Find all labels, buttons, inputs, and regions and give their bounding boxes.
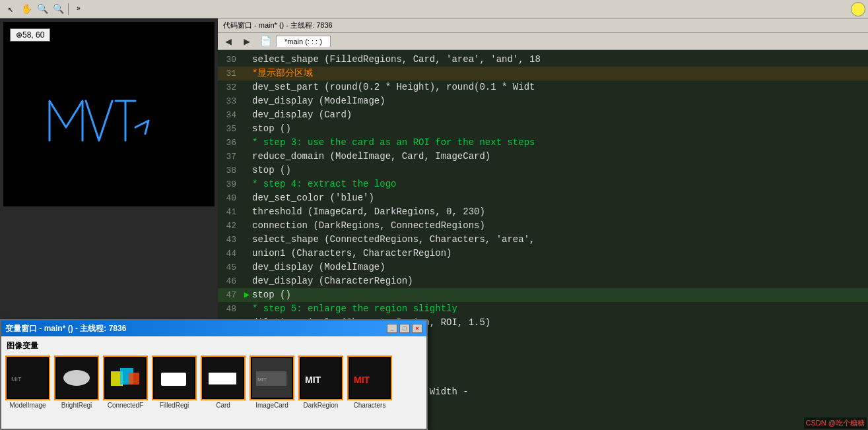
line-num-39: 39 (218, 178, 242, 191)
line-num-43: 43 (218, 233, 242, 247)
back-button[interactable]: ◀ (221, 34, 236, 49)
line-num-37: 37 (218, 150, 242, 164)
var-window-titlebar: 变量窗口 - main* () - 主线程: 7836 _ □ × (1, 321, 426, 336)
thumb-modelimage: MIT (5, 355, 50, 400)
logo-svg (43, 88, 175, 154)
svg-rect-10 (161, 373, 186, 386)
var-item-characters[interactable]: MIT Characters (346, 355, 393, 429)
line-num-45: 45 (218, 261, 242, 274)
code-text-30: select_shape (FilledRegions, Card, 'area… (252, 53, 868, 66)
var-section-label: 图像变量 (1, 339, 426, 353)
var-item-imagecard[interactable]: MIT ImageCard (248, 355, 296, 429)
code-line-32: 32 dev_set_part (round(0.2 * Height), ro… (218, 80, 868, 94)
code-line-41: 41 threshold (ImageCard, DarkRegions, 0,… (218, 205, 868, 219)
code-text-47: stop () (252, 288, 868, 301)
var-items-container: MIT ModelImage BrightReg (1, 353, 426, 429)
zoom-out-icon[interactable]: 🔍 (51, 2, 65, 16)
code-line-39: 39 * step 4: extract the logo (218, 177, 868, 191)
thumb-characters: MIT (347, 355, 392, 400)
code-line-44: 44 union1 (Characters, CharacterRegion) (218, 247, 868, 261)
label-darkregion: DarkRegion (304, 402, 339, 409)
label-imagecard: ImageCard (255, 402, 288, 409)
move-icon[interactable]: ✋ (19, 2, 34, 16)
arrow-47: ▶ (242, 288, 252, 301)
close-button[interactable]: × (412, 324, 422, 333)
code-text-41: threshold (ImageCard, DarkRegions, 0, 23… (252, 205, 868, 218)
image-canvas: ⊕58, 60 (3, 22, 215, 206)
maximize-button[interactable]: □ (399, 324, 410, 333)
code-text-44: union1 (Characters, CharacterRegion) (252, 247, 868, 260)
code-text-45: dev_display (ModelImage) (252, 261, 868, 274)
code-line-35: 35 stop () (218, 122, 868, 136)
line-num-46: 46 (218, 275, 242, 288)
editor-tab-main[interactable]: *main (: : : ) (276, 36, 331, 47)
zoom-in-icon[interactable]: 🔍 (35, 2, 50, 16)
execution-arrow: ▶ (244, 288, 250, 301)
code-line-48: 48 * step 5: enlarge the region slightly (218, 302, 868, 316)
code-line-43: 43 select_shape (ConnectedRegions, Chara… (218, 233, 868, 247)
var-item-modelimage[interactable]: MIT ModelImage (4, 355, 51, 429)
top-toolbar: ↖ ✋ 🔍 🔍 » (0, 0, 868, 18)
thumb-filledregi (152, 355, 197, 400)
label-characters: Characters (354, 402, 386, 409)
code-text-42: connection (DarkRegions, ConnectedRegion… (252, 219, 868, 232)
code-text-35: stop () (252, 122, 868, 135)
line-num-36: 36 (218, 137, 242, 150)
titlebar-buttons: _ □ × (387, 324, 422, 333)
var-window-content: 图像变量 MIT ModelImage (1, 336, 426, 429)
label-brightregi: BrightRegi (61, 402, 92, 409)
code-text-31: *显示部分区域 (252, 67, 868, 80)
code-text-48: * step 5: enlarge the region slightly (252, 302, 868, 315)
editor-toolbar: ◀ ▶ 📄 *main (: : : ) (218, 33, 868, 50)
svg-point-4 (63, 370, 90, 386)
editor-title: 代码窗口 - main* () - 主线程: 7836 (223, 20, 333, 30)
code-text-36: * step 3: use the card as an ROI for the… (252, 136, 868, 149)
code-line-37: 37 reduce_domain (ModelImage, Card, Imag… (218, 150, 868, 164)
var-item-brightregi[interactable]: BrightRegi (53, 355, 100, 429)
main-area: ⊕58, 60 变量窗口 - main* () - 主线程: (0, 18, 868, 430)
code-text-40: dev_set_color ('blue') (252, 191, 868, 204)
var-item-filledregi[interactable]: FilledRegi (150, 355, 198, 429)
code-line-40: 40 dev_set_color ('blue') (218, 191, 868, 205)
svg-rect-8 (129, 373, 139, 384)
file-icon[interactable]: 📄 (258, 34, 273, 49)
thumb-imagecard: MIT (250, 355, 294, 400)
overflow-icon[interactable]: » (71, 2, 86, 16)
label-filledregi: FilledRegi (160, 402, 189, 409)
thumb-connectedf (103, 355, 148, 400)
var-item-connectedf[interactable]: ConnectedF (102, 355, 149, 429)
cursor-icon[interactable]: ↖ (3, 2, 18, 16)
code-line-42: 42 connection (DarkRegions, ConnectedReg… (218, 219, 868, 233)
line-num-31: 31 (218, 67, 242, 80)
var-window: 变量窗口 - main* () - 主线程: 7836 _ □ × 图像变量 (0, 319, 428, 430)
line-num-33: 33 (218, 95, 242, 108)
code-text-38: stop () (252, 164, 868, 177)
forward-button[interactable]: ▶ (240, 34, 254, 49)
line-num-42: 42 (218, 220, 242, 233)
code-line-38: 38 stop () (218, 164, 868, 177)
var-item-card[interactable]: Card (199, 355, 247, 429)
line-num-41: 41 (218, 206, 242, 219)
line-num-30: 30 (218, 53, 242, 67)
code-text-34: dev_display (Card) (252, 108, 868, 121)
left-panel: ⊕58, 60 变量窗口 - main* () - 主线程: (0, 18, 218, 430)
code-text-46: dev_display (CharacterRegion) (252, 274, 868, 288)
code-line-34: 34 dev_display (Card) (218, 108, 868, 122)
line-num-35: 35 (218, 123, 242, 136)
separator-1 (68, 3, 69, 15)
code-line-47: 47 ▶ stop () (218, 288, 868, 302)
code-line-46: 46 dev_display (CharacterRegion) (218, 274, 868, 288)
coord-display: ⊕58, 60 (10, 28, 50, 42)
var-item-darkregion[interactable]: MIT DarkRegion (297, 355, 345, 429)
status-light (851, 2, 865, 16)
minimize-button[interactable]: _ (387, 324, 397, 333)
label-connectedf: ConnectedF (108, 402, 143, 409)
svg-text:MIT: MIT (257, 377, 267, 383)
svg-text:MIT: MIT (11, 376, 22, 383)
code-line-45: 45 dev_display (ModelImage) (218, 261, 868, 274)
code-line-36: 36 * step 3: use the card as an ROI for … (218, 136, 868, 150)
code-text-39: * step 4: extract the logo (252, 177, 868, 191)
svg-text:MIT: MIT (354, 375, 370, 385)
line-num-32: 32 (218, 81, 242, 94)
code-text-32: dev_set_part (round(0.2 * Height), round… (252, 80, 868, 94)
